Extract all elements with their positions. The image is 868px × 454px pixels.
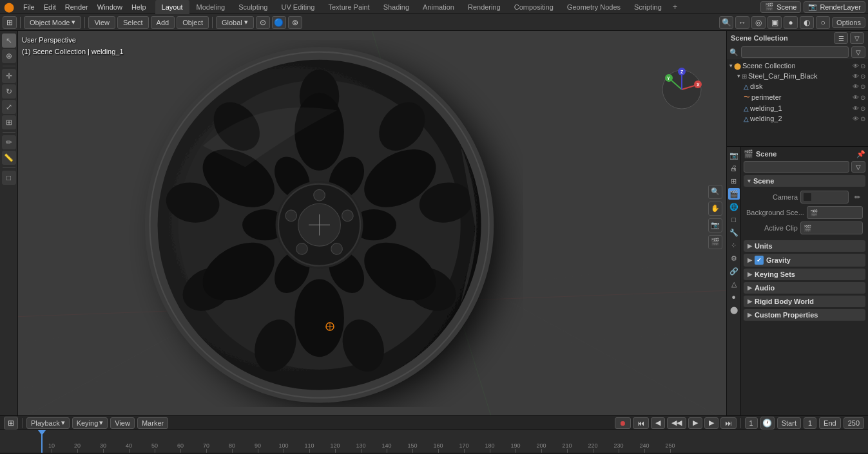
tab-layout[interactable]: Layout xyxy=(155,0,189,14)
marker-button[interactable]: Marker xyxy=(137,417,168,429)
props-tab-texture[interactable]: ⬤ xyxy=(728,304,740,316)
viewport-search-button[interactable]: 🔍 xyxy=(719,16,733,29)
renderlayer-selector[interactable]: 📷 RenderLayer xyxy=(804,1,865,13)
props-tab-object[interactable]: □ xyxy=(728,214,740,225)
zoom-in-button[interactable]: 🔍 xyxy=(708,185,722,199)
props-tab-modifiers[interactable]: 🔧 xyxy=(728,227,740,238)
outliner-filter-button[interactable]: ☰ xyxy=(834,32,848,44)
camera-button[interactable]: 📷 xyxy=(708,218,722,232)
eye-icon-perimeter[interactable]: 👁 xyxy=(853,94,859,101)
proportional-edit-button[interactable]: ⊚ xyxy=(288,16,302,29)
restrict-icon-disk[interactable]: ⊙ xyxy=(860,83,865,90)
view-menu-button[interactable]: View xyxy=(88,16,115,29)
pan-button[interactable]: ✋ xyxy=(708,202,722,216)
transform-tool-button[interactable]: ⊞ xyxy=(2,115,16,129)
tree-item-steel-rim[interactable]: ▾ ⊞ Steel_Car_Rim_Black 👁 ⊙ xyxy=(727,71,868,81)
menu-edit[interactable]: Edit xyxy=(40,2,60,12)
prop-section-keying-header[interactable]: ▶ Keying Sets xyxy=(744,269,865,280)
record-button[interactable]: ⏺ xyxy=(615,417,631,429)
tab-scripting[interactable]: Scripting xyxy=(628,0,668,14)
next-frame-button[interactable]: ▶ xyxy=(704,417,719,429)
snapping-button[interactable]: 🔵 xyxy=(272,16,286,29)
prev-frame-button[interactable]: ◀ xyxy=(651,417,665,429)
tl-view-button[interactable]: View xyxy=(110,417,135,429)
tab-compositing[interactable]: Compositing xyxy=(508,0,560,14)
restrict-icon-scene[interactable]: ⊙ xyxy=(860,62,865,70)
keying-button[interactable]: Keying ▾ xyxy=(72,417,108,429)
tree-item-disk[interactable]: △ disk 👁 ⊙ xyxy=(727,81,868,91)
props-tab-render[interactable]: 📷 xyxy=(728,149,740,161)
jump-end-button[interactable]: ⏭ xyxy=(720,417,737,429)
timeline-ruler[interactable]: 10 20 30 40 50 60 70 80 90 100 110 120 1… xyxy=(0,430,868,453)
props-tab-world[interactable]: 🌐 xyxy=(728,201,740,213)
props-tab-constraints[interactable]: 🔗 xyxy=(728,265,740,277)
move-tool-button[interactable]: ✛ xyxy=(2,69,16,83)
eye-icon-welding2[interactable]: 👁 xyxy=(853,115,859,122)
overlay-button[interactable]: ◎ xyxy=(751,16,766,29)
outliner-filter2-button[interactable]: ▽ xyxy=(850,32,864,44)
end-frame-field[interactable]: 250 xyxy=(844,417,864,429)
outliner-filter3-button[interactable]: ▽ xyxy=(851,46,865,58)
prop-section-units-header[interactable]: ▶ Units xyxy=(744,240,865,252)
playback-button[interactable]: Playback ▾ xyxy=(26,417,70,429)
restrict-icon-welding1[interactable]: ⊙ xyxy=(860,105,865,112)
add-menu-button[interactable]: Add xyxy=(151,16,175,29)
gravity-enabled-checkbox[interactable]: ✓ xyxy=(755,256,764,265)
bg-scene-field[interactable]: 🎬 xyxy=(807,206,863,219)
menu-render[interactable]: Render xyxy=(61,2,92,12)
props-tab-scene[interactable]: 🎬 xyxy=(728,188,740,200)
add-primitive-button[interactable]: □ xyxy=(2,171,16,185)
xray-button[interactable]: ▣ xyxy=(767,16,782,29)
cursor-tool-button[interactable]: ⊕ xyxy=(2,49,16,63)
measure-tool-button[interactable]: 📏 xyxy=(2,151,16,165)
eye-icon-disk[interactable]: 👁 xyxy=(853,83,859,90)
add-workspace-button[interactable]: + xyxy=(669,1,682,13)
transform-global-button[interactable]: Global ▾ xyxy=(216,16,254,29)
restrict-icon-rim[interactable]: ⊙ xyxy=(860,73,865,80)
timeline-editor-type-button[interactable]: ⊞ xyxy=(4,417,18,430)
props-tab-viewlayer[interactable]: ⊞ xyxy=(728,175,740,187)
tree-item-scene-collection[interactable]: ▾ ⬤ Scene Collection 👁 ⊙ xyxy=(727,61,868,71)
menu-file[interactable]: File xyxy=(19,2,39,12)
restrict-icon-welding2[interactable]: ⊙ xyxy=(860,115,865,122)
tab-geometry-nodes[interactable]: Geometry Nodes xyxy=(561,0,627,14)
eye-icon-welding1[interactable]: 👁 xyxy=(853,105,859,112)
prop-section-scene-header[interactable]: ▾ Scene xyxy=(744,175,865,187)
tree-item-perimeter[interactable]: 〜 perimeter 👁 ⊙ xyxy=(727,91,868,103)
menu-window[interactable]: Window xyxy=(93,2,126,12)
render-button[interactable]: 🎬 xyxy=(708,235,722,249)
prop-section-gravity-header[interactable]: ▶ ✓ Gravity xyxy=(744,254,865,267)
transform-pivot-button[interactable]: ⊙ xyxy=(256,16,270,29)
outliner-search-input[interactable] xyxy=(741,46,849,58)
menu-help[interactable]: Help xyxy=(128,2,150,12)
select-tool-button[interactable]: ↖ xyxy=(2,33,16,48)
eye-icon-rim[interactable]: 👁 xyxy=(853,73,859,80)
camera-field[interactable] xyxy=(800,191,849,203)
current-frame-field[interactable]: 1 xyxy=(745,417,758,429)
props-tab-particles[interactable]: ⁘ xyxy=(728,240,740,251)
props-tab-objectdata[interactable]: △ xyxy=(728,278,740,290)
shading-material-button[interactable]: ◐ xyxy=(800,16,814,29)
tab-rendering[interactable]: Rendering xyxy=(461,0,507,14)
viewport-gizmo-button[interactable]: ↔ xyxy=(735,16,749,29)
rotate-tool-button[interactable]: ↻ xyxy=(2,84,16,99)
props-tab-physics[interactable]: ⚙ xyxy=(728,252,740,264)
prop-section-audio-header[interactable]: ▶ Audio xyxy=(744,282,865,294)
restrict-icon-perimeter[interactable]: ⊙ xyxy=(860,94,865,101)
camera-picker-icon[interactable]: ✏ xyxy=(851,191,863,203)
editor-type-button[interactable]: ⊞ xyxy=(3,16,17,29)
scene-selector[interactable]: 🎬 Scene xyxy=(760,1,801,13)
play-button[interactable]: ▶ xyxy=(688,417,702,429)
prop-section-custom-header[interactable]: ▶ Custom Properties xyxy=(744,309,865,321)
tab-modeling[interactable]: Modeling xyxy=(190,0,232,14)
play-reverse-button[interactable]: ◀◀ xyxy=(667,417,686,429)
prop-section-rigid-body-header[interactable]: ▶ Rigid Body World xyxy=(744,296,865,307)
active-clip-field[interactable]: 🎬 xyxy=(800,222,863,234)
shading-rendered-button[interactable]: ○ xyxy=(816,16,830,29)
tab-animation[interactable]: Animation xyxy=(416,0,461,14)
jump-start-button[interactable]: ⏮ xyxy=(633,417,649,429)
tree-item-welding1[interactable]: △ welding_1 👁 ⊙ xyxy=(727,103,868,113)
nav-gizmo[interactable]: X Y Z xyxy=(659,67,704,113)
tab-shading[interactable]: Shading xyxy=(377,0,416,14)
viewport-3d[interactable]: X Y Z 🔍 ✋ 📷 🎬 User Perspective (1) Scene… xyxy=(18,31,726,415)
